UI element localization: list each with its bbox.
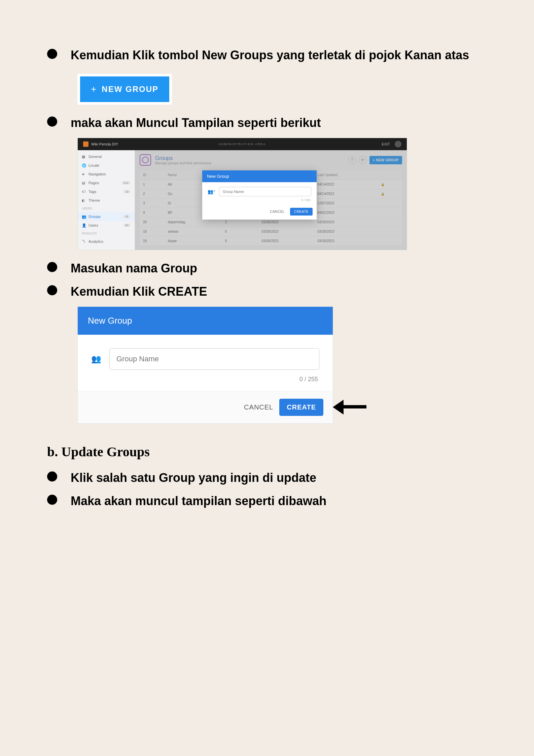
admin-dashboard-screenshot: Wiki Pemda DIY ADMINISTRATION AREA EXIT … — [77, 138, 407, 250]
main-title: Groups — [155, 155, 211, 161]
cell-lock — [378, 180, 402, 189]
cell-lock — [378, 236, 402, 246]
cell-id: 1 — [140, 180, 165, 189]
section-b-heading: b. Update Groups — [47, 444, 487, 460]
cancel-button[interactable]: CANCEL — [244, 403, 273, 411]
cell-lock — [378, 227, 402, 236]
bullet-text-5: Klik salah satu Group yang ingin di upda… — [71, 470, 316, 486]
groups-count-badge: 41 — [123, 215, 131, 218]
col-id: ID — [140, 170, 165, 180]
cell-lock — [378, 199, 402, 208]
modal-title: New Group — [202, 170, 317, 182]
cell-id: 18 — [140, 236, 165, 246]
char-counter: 0 / 255 — [78, 373, 333, 391]
col-last-updated: Last Updated — [314, 170, 377, 180]
compass-icon: ➤ — [82, 172, 86, 176]
bullet-item: maka akan Muncul Tampilan seperti beriku… — [47, 115, 487, 131]
cell-lock — [378, 218, 402, 227]
cell-created: 03/30/2023 — [258, 227, 314, 236]
new-group-button-example[interactable]: + NEW GROUP — [77, 74, 172, 105]
create-button[interactable]: CREATE — [279, 399, 323, 416]
new-group-modal-large: New Group 👥 0 / 255 CANCEL CREATE — [77, 306, 333, 424]
appbar-title: Wiki Pemda DIY — [91, 142, 118, 146]
bullet-text-1: Kemudian Klik tombol New Groups yang ter… — [71, 47, 469, 64]
sidebar-item-locale[interactable]: 🌐Locale — [78, 161, 135, 170]
new-group-modal-small: New Group 👥⁺ 0 / 255 CANCEL CREATE — [202, 170, 317, 220]
bullet-dot — [47, 49, 57, 59]
main-subtitle: Manage groups and their permissions — [155, 161, 211, 165]
bullet-dot — [47, 285, 57, 295]
wiki-logo-icon — [83, 141, 88, 147]
cell-last-updated: 04/14/2022 — [314, 180, 377, 189]
tags-count-badge: 19 — [123, 190, 131, 193]
cell-id: 16 — [140, 227, 165, 236]
cell-last-updated: 04/02/2023 — [314, 208, 377, 218]
bullet-dot — [47, 471, 57, 482]
refresh-button[interactable]: ⟳ — [359, 156, 367, 164]
modal-title-large: New Group — [78, 307, 333, 335]
sidebar-item-users[interactable]: 👤Users60 — [78, 221, 135, 230]
group-add-icon: 👥⁺ — [208, 189, 216, 194]
lock-icon — [381, 192, 385, 196]
new-group-button-small[interactable]: + NEW GROUP — [369, 156, 402, 164]
cell-lock — [378, 189, 402, 199]
bullet-item: Masukan nama Group — [47, 260, 487, 277]
analytics-icon: 〽 — [82, 239, 86, 243]
cell-name: dispar — [165, 236, 222, 246]
bullet-dot — [47, 495, 57, 505]
admin-topbar: Wiki Pemda DIY ADMINISTRATION AREA EXIT — [78, 138, 407, 150]
bullet-item: Maka akan muncul tampilan seperti dibawa… — [47, 493, 487, 510]
groups-icon: 👥 — [82, 215, 86, 219]
cell-name: setwan — [165, 227, 222, 236]
admin-sidebar: ▦General 🌐Locale ➤Navigation ▤Pages212 🏷… — [78, 150, 135, 250]
cell-created: 03/30/2023 — [258, 236, 314, 246]
table-row[interactable]: 16setwan003/30/202303/30/2023 — [140, 227, 402, 236]
tags-icon: 🏷 — [82, 190, 86, 194]
sidebar-section-modules: Modules — [78, 230, 135, 237]
pointing-arrow-icon — [333, 398, 370, 415]
sidebar-item-general[interactable]: ▦General — [78, 152, 135, 161]
user-icon: 👤 — [82, 223, 86, 227]
help-button[interactable]: ? — [348, 156, 356, 164]
bullet-text-4: Kemudian Klik CREATE — [71, 284, 207, 300]
group-name-input[interactable] — [109, 348, 319, 370]
cell-id: 2 — [140, 189, 165, 199]
bullet-text-2: maka akan Muncul Tampilan seperti beriku… — [71, 115, 321, 131]
cell-last-updated: 03/30/2023 — [314, 227, 377, 236]
cell-lock — [378, 208, 402, 218]
cell-users: 0 — [221, 227, 258, 236]
char-counter-small: 0 / 255 — [202, 198, 317, 205]
appbar-center-label: ADMINISTRATION AREA — [78, 142, 407, 146]
exit-button-label[interactable]: EXIT — [382, 142, 390, 146]
cell-last-updated: 12/07/2022 — [314, 199, 377, 208]
bullet-item: Klik salah satu Group yang ingin di upda… — [47, 470, 487, 486]
cell-id: 4 — [140, 208, 165, 218]
sidebar-item-groups[interactable]: 👥Groups41 — [78, 212, 135, 221]
dashboard-icon: ▦ — [82, 155, 86, 159]
bullet-dot — [47, 262, 57, 272]
pages-icon: ▤ — [82, 181, 86, 185]
table-row[interactable]: 18dispar003/30/202303/30/2023 — [140, 236, 402, 246]
cancel-button-small[interactable]: CANCEL — [267, 208, 288, 216]
bullet-item: Kemudian Klik tombol New Groups yang ter… — [47, 47, 487, 64]
group-name-input-small[interactable] — [219, 187, 311, 196]
cell-users: 0 — [221, 236, 258, 246]
cell-id: 3 — [140, 199, 165, 208]
group-add-icon: 👥 — [91, 354, 101, 364]
users-count-badge: 60 — [123, 224, 131, 227]
bullet-dot — [47, 117, 57, 127]
sidebar-item-tags[interactable]: 🏷Tags19 — [78, 187, 135, 196]
cell-last-updated: 03/30/2023 — [314, 218, 377, 227]
new-group-button-label: NEW GROUP — [102, 85, 158, 94]
bullet-text-6: Maka akan muncul tampilan seperti dibawa… — [71, 493, 326, 510]
cell-last-updated: 03/30/2023 — [314, 236, 377, 246]
bullet-text-3: Masukan nama Group — [71, 260, 197, 277]
sidebar-item-theme[interactable]: ◐Theme — [78, 196, 135, 205]
avatar-icon[interactable] — [395, 141, 401, 147]
palette-icon: ◐ — [82, 198, 86, 202]
sidebar-item-navigation[interactable]: ➤Navigation — [78, 170, 135, 178]
groups-header-icon — [140, 154, 151, 166]
sidebar-item-pages[interactable]: ▤Pages212 — [78, 178, 135, 187]
create-button-small[interactable]: CREATE — [290, 208, 313, 216]
sidebar-item-analytics[interactable]: 〽Analytics — [78, 237, 135, 246]
